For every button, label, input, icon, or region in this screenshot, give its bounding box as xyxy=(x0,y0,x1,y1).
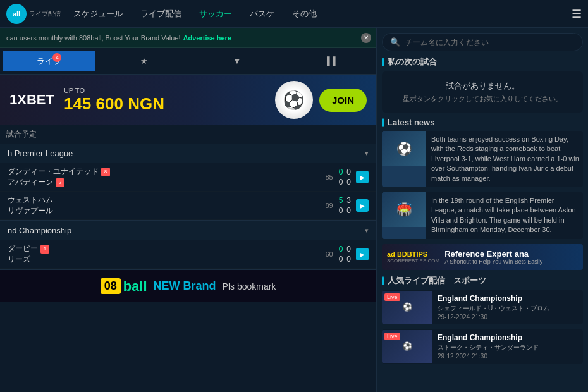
live-league-2: England Championship xyxy=(438,333,579,342)
ad-text: can users monthly with 808ball, Boost Yo… xyxy=(6,34,181,42)
my-match-empty-sub: 星ボタンをクリックしてお気に入りしてください。 xyxy=(388,94,577,104)
video-icon[interactable]: ▶ xyxy=(356,248,369,260)
live-teams-2: ストーク・シティ・サンダーランド xyxy=(438,343,579,352)
news-section: Latest news ⚽ Both teams enjoyed success… xyxy=(382,118,583,270)
news-thumbnail-1: ⚽ xyxy=(382,131,426,187)
live-thumb-icon: ⚽ xyxy=(402,302,412,312)
league-2-header[interactable]: nd Championship ▾ xyxy=(0,221,376,240)
news-thumbnail-2: 🏟️ xyxy=(382,192,426,239)
join-button[interactable]: JOIN xyxy=(319,89,367,112)
bar-chart-icon: ▐▐ xyxy=(324,56,335,66)
match-teams: ダンディー・ユナイテッド 8 アバディーン 2 xyxy=(8,166,320,188)
my-match-section: 私の次の試合 試合がありません。 星ボタンをクリックしてお気に入りしてください。 xyxy=(382,56,583,113)
left-panel: can users monthly with 808ball, Boost Yo… xyxy=(0,28,376,392)
logo-area: all ライブ配信 xyxy=(6,4,61,24)
ad-expert-text: Reference Expert ana xyxy=(444,249,542,259)
live-badge-1: Live xyxy=(384,293,400,301)
logo-icon: all xyxy=(6,4,27,24)
search-icon: 🔍 xyxy=(390,37,400,47)
match-time: 85 xyxy=(320,173,339,181)
table-row: ダービー 1 リーズ 60 00 00 ▶ xyxy=(0,240,376,269)
my-match-empty: 試合がありません。 星ボタンをクリックしてお気に入りしてください。 xyxy=(382,71,583,113)
home-badge: 8 xyxy=(101,168,110,176)
my-match-empty-title: 試合がありません。 xyxy=(388,80,577,92)
news-text-2: In the 19th round of the English Premier… xyxy=(431,192,583,239)
league-1-name: h Premier League xyxy=(8,149,73,158)
list-item[interactable]: Live ⚽ England Championship シェフィールド・U・ウェ… xyxy=(382,290,583,324)
footer-bookmark: Pls bookmark xyxy=(223,281,276,291)
title-bar-decoration xyxy=(382,58,384,66)
popular-title-text: 人気ライブ配信 スポーツ xyxy=(388,275,486,286)
live-thumbnail-1: Live ⚽ xyxy=(382,291,432,324)
away-badge: 2 xyxy=(56,178,64,187)
live-thumb-icon: ⚽ xyxy=(402,341,412,351)
footer-num: 08 xyxy=(101,278,121,294)
ad-expert-site: SCOREBEBTIPS.COM xyxy=(387,258,439,264)
home-score: 0 xyxy=(339,245,343,254)
home-score: 5 xyxy=(339,196,343,205)
live-info-2: England Championship ストーク・シティ・サンダーランド 29… xyxy=(438,329,583,364)
ad-expert-right: Reference Expert ana A Shortcut to Help … xyxy=(444,249,542,265)
tab-filter[interactable]: ▼ xyxy=(191,48,284,74)
bet-banner: 1XBET UP TO 145 600 NGN ⚽ JOIN xyxy=(0,75,376,125)
live-time-2: 29-12-2024 21:30 xyxy=(438,353,579,360)
away-team: リーズ xyxy=(8,254,320,265)
bet-logo: 1XBET xyxy=(9,92,54,108)
nav-items: スケジュール ライブ配信 サッカー バスケ その他 xyxy=(73,6,572,22)
tab-live[interactable]: ライブ 4 xyxy=(3,51,95,71)
league-1-header[interactable]: h Premier League ▾ xyxy=(0,144,376,163)
tab-bar: ライブ 4 ★ ▼ ▐▐ xyxy=(0,48,376,75)
bet-amount: 145 600 NGN xyxy=(64,94,269,114)
nav-basket[interactable]: バスケ xyxy=(250,6,274,22)
list-item[interactable]: Live ⚽ England Championship ストーク・シティ・サンダ… xyxy=(382,329,583,364)
league-2-name: nd Championship xyxy=(8,226,71,235)
tab-stats[interactable]: ▐▐ xyxy=(283,48,376,74)
top-nav: all ライブ配信 スケジュール ライブ配信 サッカー バスケ その他 ☰ xyxy=(0,0,588,28)
search-input[interactable] xyxy=(405,38,575,47)
nav-other[interactable]: その他 xyxy=(292,6,317,22)
table-row: ウェストハム リヴァプール 89 53 00 ▶ xyxy=(0,192,376,220)
nav-soccer[interactable]: サッカー xyxy=(199,6,232,22)
ad-banner-top: can users monthly with 808ball, Boost Yo… xyxy=(0,28,376,48)
popular-section: 人気ライブ配信 スポーツ Live ⚽ England Championship… xyxy=(382,275,583,364)
tab-favorites[interactable]: ★ xyxy=(98,48,191,74)
popular-title: 人気ライブ配信 スポーツ xyxy=(382,275,583,286)
ad-expert-banner[interactable]: ad BDBTIPS SCOREBEBTIPS.COM Reference Ex… xyxy=(382,244,583,270)
home-team: ダービー 1 xyxy=(8,243,320,254)
logo-text: ライブ配信 xyxy=(29,10,61,18)
match-time: 89 xyxy=(320,202,339,209)
bet-up-to: UP TO xyxy=(64,87,269,94)
latest-news-title-text: Latest news xyxy=(388,118,434,127)
home-score: 0 xyxy=(339,168,343,176)
close-ad-button[interactable]: ✕ xyxy=(361,33,371,43)
match-teams: ダービー 1 リーズ xyxy=(8,243,320,265)
ad-expert-sub: A Shortcut to Help You Win Bets Easily xyxy=(444,259,542,265)
list-item[interactable]: ⚽ Both teams enjoyed success on Boxing D… xyxy=(382,131,583,187)
home-team: ウェストハム xyxy=(8,195,320,205)
live-badge-2: Live xyxy=(384,333,400,340)
ad-cta[interactable]: Advertise here xyxy=(183,34,231,42)
ad-expert-logo: ad BDBTIPS xyxy=(387,250,439,258)
live-info-1: England Championship シェフィールド・U・ウェスト・ブロム … xyxy=(438,290,583,324)
chevron-down-icon: ▾ xyxy=(365,226,369,235)
video-icon[interactable]: ▶ xyxy=(356,171,369,183)
news-image-2: 🏟️ xyxy=(382,192,426,227)
list-item[interactable]: 🏟️ In the 19th round of the English Prem… xyxy=(382,192,583,239)
video-icon[interactable]: ▶ xyxy=(356,199,369,212)
nav-schedule[interactable]: スケジュール xyxy=(73,6,123,22)
ad-expert-left: ad BDBTIPS SCOREBEBTIPS.COM xyxy=(387,250,439,264)
home-badge: 1 xyxy=(40,245,49,254)
title-bar-decoration xyxy=(382,118,384,127)
live-thumbnail-2: Live ⚽ xyxy=(382,330,432,363)
right-panel: 🔍 私の次の試合 試合がありません。 星ボタンをクリックしてお気に入りしてくださ… xyxy=(376,28,588,392)
my-match-title: 私の次の試合 xyxy=(382,56,583,68)
my-match-title-text: 私の次の試合 xyxy=(388,56,437,68)
home-team: ダンディー・ユナイテッド 8 xyxy=(8,166,320,177)
match-time: 60 xyxy=(320,250,339,258)
hamburger-icon[interactable]: ☰ xyxy=(572,7,582,21)
nav-live[interactable]: ライブ配信 xyxy=(140,6,181,22)
match-scores: 00 00 xyxy=(339,245,351,264)
match-scores: 00 00 xyxy=(339,168,351,187)
footer-banner: 08 ball NEW Brand Pls bookmark xyxy=(0,269,376,302)
league-block-2: nd Championship ▾ ダービー 1 リーズ 60 00 00 ▶ xyxy=(0,221,376,269)
